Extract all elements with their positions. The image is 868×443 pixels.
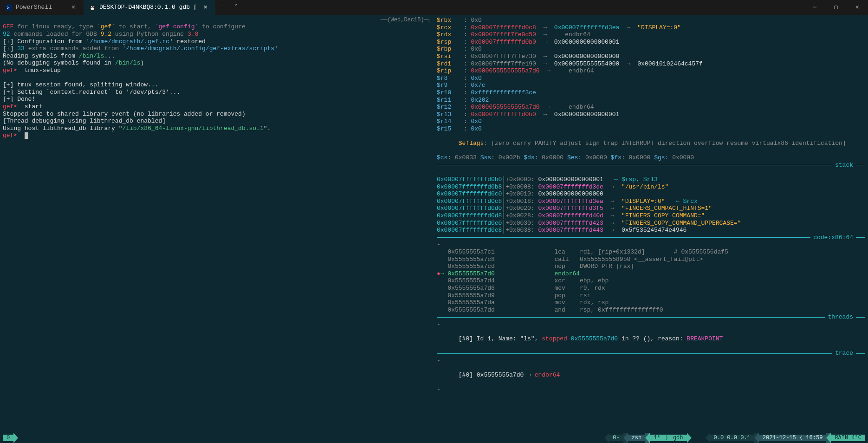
register-row: $rdi : 0x00007ffff7ffe190 → 0x0000555555… (437, 60, 865, 68)
disasm-row: 0x5555555a7d4xor ebp, ebp (437, 277, 865, 285)
left-pane[interactable]: ──(Wed,Dec15)─┐ GEF for linux ready, typ… (0, 15, 434, 433)
register-row: $rip : 0x0000555555555a7d0 → endbr64 (437, 67, 865, 75)
section-divider-trace: trace (437, 350, 865, 357)
stack-row: 0x00007fffffffd0b8│+0x0008: 0x00007fffff… (437, 183, 865, 191)
stack-row: 0x00007fffffffd0d0│+0x0020: 0x00007fffff… (437, 205, 865, 212)
register-row: $rbx : 0x0 (437, 17, 865, 24)
register-row: $rdx : 0x00007ffff7fe0d50 → endbr64 (437, 31, 865, 39)
new-tab-button[interactable]: + (215, 0, 230, 15)
tab-powershell[interactable]: > PowerShell ✕ (0, 0, 84, 15)
register-row: $r12 : 0x0000555555555a7d0 → endbr64 (437, 104, 865, 111)
stack-row: 0x00007fffffffd0e0│+0x0030: 0x00007fffff… (437, 220, 865, 227)
section-divider-stack: stack (437, 162, 865, 169)
stack-row: 0x00007fffffffd0c8│+0x0018: 0x00007fffff… (437, 198, 865, 205)
disasm-row: 0x5555555a7d6mov r9, rdx (437, 285, 865, 292)
tab-label: PowerShell (16, 4, 52, 11)
eflags-line: $eflags: [zero carry PARITY adjust sign … (437, 133, 865, 155)
terminal-line: gef➤ (3, 132, 431, 139)
register-row: $r10 : 0xfffffffffffff3ce (437, 89, 865, 97)
register-row: $rsi : 0x00007ffff7ffe730 → 0x0000000000… (437, 53, 865, 60)
register-row: $r9 : 0x7c (437, 82, 865, 89)
date-header: ──(Wed,Dec15)─┐ (3, 17, 431, 23)
trace-line: [#0] 0x5555555a7d0 → endbr64 (437, 365, 865, 386)
tab-label: DESKTOP-D4NKBQ8:0.1.0 gdb [ (99, 4, 197, 11)
thread-line: [#0] Id 1, Name: "ls", stopped 0x5555555… (437, 328, 865, 350)
stack-row: 0x00007fffffffd0e8│+0x0038: 0x00007fffff… (437, 227, 865, 234)
continuation-marker: - (437, 169, 865, 176)
terminal-line: [+] 33 extra commands added from '/home/… (3, 45, 431, 52)
segment-registers: $cs: 0x0033 $ss: 0x002b $ds: 0x0000 $es:… (437, 154, 865, 162)
stack-row: 0x00007fffffffd0c0│+0x0010: 0x0000000000… (437, 190, 865, 198)
terminal-line: [+] tmux session found, splitting window… (3, 81, 431, 89)
shell-name: zsh (628, 435, 646, 441)
terminal-line: Reading symbols from /bin/ls... (3, 52, 431, 60)
disasm-row: 0x5555555a7ddand rsp, 0xfffffffffffffff0 (437, 306, 865, 314)
register-row: $rcx : 0x00007fffffffd0c8 → 0x00007fffff… (437, 24, 865, 32)
tux-icon (89, 4, 96, 11)
section-divider-threads: threads (437, 313, 865, 321)
tab-dropdown-icon[interactable]: ⌄ (230, 0, 241, 15)
stack-section: 0x00007fffffffd0b0│+0x0000: 0x0000000000… (437, 176, 865, 234)
terminal-output: GEF for linux ready, type `gef` to start… (3, 23, 431, 139)
session-name: 0- (609, 435, 623, 441)
stack-row: 0x00007fffffffd0d8│+0x0028: 0x00007fffff… (437, 212, 865, 220)
weather: RAIN 4°C (831, 435, 865, 441)
powershell-icon: > (6, 4, 12, 11)
powerline-sep (13, 433, 18, 443)
register-row: $r13 : 0x00007fffffffd0b0 → 0x0000000000… (437, 111, 865, 118)
terminal-line: gef➤ start (3, 103, 431, 111)
disasm-row: 0x5555555a7cdnop DWORD PTR [rax] (437, 263, 865, 270)
section-divider-code: code:x86:64 (437, 234, 865, 241)
terminal-line: [+] Setting `context.redirect` to '/dev/… (3, 89, 431, 96)
terminal-line: [Thread debugging using libthread_db ena… (3, 117, 431, 125)
register-row: $r14 : 0x0 (437, 118, 865, 125)
terminal-line: 92 commands loaded for GDB 9.2 using Pyt… (3, 31, 431, 38)
terminal-line: [+] Configuration from '/home/dmcgrath/.… (3, 38, 431, 46)
title-bar: > PowerShell ✕ DESKTOP-D4NKBQ8:0.1.0 gdb… (0, 0, 868, 15)
tmux-statusbar: 0 0- zsh 1* ❭ gdb 0.0 0.0 0.1 2021-12-15… (0, 433, 868, 443)
terminal-line: Using host libthread_db library "/lib/x8… (3, 125, 431, 132)
terminal-area: ──(Wed,Dec15)─┐ GEF for linux ready, typ… (0, 15, 868, 433)
registers-section: $rbx : 0x0$rcx : 0x00007fffffffd0c8 → 0x… (437, 17, 865, 133)
window-controls: ─ ▢ ✕ (804, 0, 868, 15)
disasm-row: ●→ 0x5555555a7d0endbr64 (437, 270, 865, 278)
svg-point-4 (91, 6, 92, 7)
right-pane[interactable]: $rbx : 0x0$rcx : 0x00007fffffffd0c8 → 0x… (434, 15, 868, 433)
continuation-marker: - (437, 241, 865, 248)
load-avg: 0.0 0.0 0.1 (710, 435, 754, 441)
continuation-marker: - (437, 357, 865, 365)
svg-point-5 (93, 6, 94, 7)
terminal-line: GEF for linux ready, type `gef` to start… (3, 23, 431, 31)
register-row: $r11 : 0x202 (437, 97, 865, 104)
register-row: $r8 : 0x0 (437, 75, 865, 82)
register-row: $rsp : 0x00007fffffffd0b0 → 0x0000000000… (437, 39, 865, 46)
svg-text:>: > (7, 5, 10, 10)
tab-bar: > PowerShell ✕ DESKTOP-D4NKBQ8:0.1.0 gdb… (0, 0, 241, 15)
register-row: $r15 : 0x0 (437, 125, 865, 133)
disasm-row: 0x5555555a7c1lea rdi, [rip+0x1332d] # 0x… (437, 248, 865, 256)
terminal-line: gef➤ tmux-setup (3, 67, 431, 74)
code-section: 0x5555555a7c1lea rdi, [rip+0x1332d] # 0x… (437, 248, 865, 313)
datetime: 2021-12-15 ❬ 16:59 (759, 435, 827, 441)
minimize-button[interactable]: ─ (804, 0, 825, 15)
stack-row: 0x00007fffffffd0b0│+0x0000: 0x0000000000… (437, 176, 865, 183)
tab-gdb[interactable]: DESKTOP-D4NKBQ8:0.1.0 gdb [ ✕ (84, 0, 215, 15)
close-icon[interactable]: ✕ (69, 3, 78, 12)
register-row: $rbp : 0x0 (437, 46, 865, 53)
disasm-row: 0x5555555a7damov rdx, rsp (437, 299, 865, 306)
app-name: gdb (669, 435, 687, 441)
continuation-marker: - (437, 386, 865, 393)
close-button[interactable]: ✕ (847, 0, 868, 15)
terminal-line: (No debugging symbols found in /bin/ls) (3, 59, 431, 67)
terminal-line: Stopped due to shared library event (no … (3, 111, 431, 118)
close-icon[interactable]: ✕ (201, 3, 210, 12)
disasm-row: 0x5555555a7d9pop rsi (437, 292, 865, 300)
terminal-line (3, 74, 431, 82)
session-index: 0 (3, 435, 13, 441)
disasm-row: 0x5555555a7c8call 0x5555555589b0 <__asse… (437, 256, 865, 263)
maximize-button[interactable]: ▢ (825, 0, 847, 15)
terminal-line: [+] Done! (3, 96, 431, 103)
continuation-marker: - (437, 321, 865, 328)
window-index: 1* (650, 435, 664, 441)
cursor (25, 132, 28, 139)
